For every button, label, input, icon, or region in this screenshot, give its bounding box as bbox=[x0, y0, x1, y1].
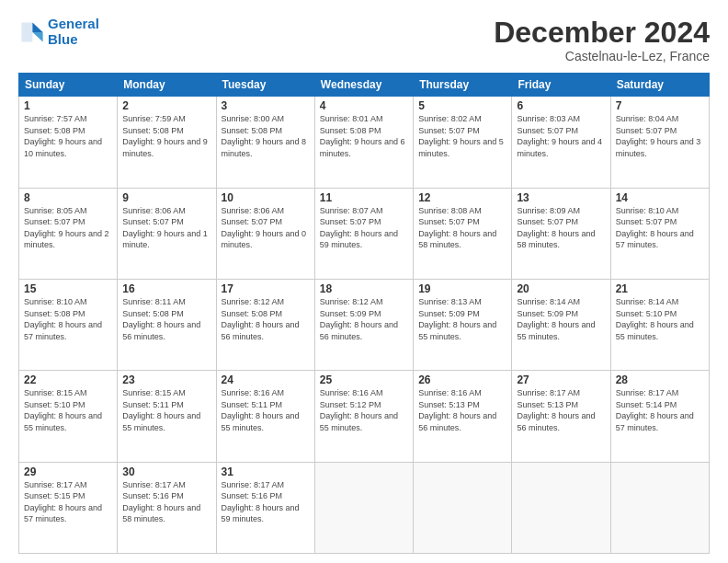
day-info: Sunrise: 8:12 AMSunset: 5:09 PMDaylight:… bbox=[320, 296, 408, 342]
weekday-header: Friday bbox=[512, 74, 610, 97]
calendar-cell: 10Sunrise: 8:06 AMSunset: 5:07 PMDayligh… bbox=[216, 188, 314, 279]
calendar-cell: 18Sunrise: 8:12 AMSunset: 5:09 PMDayligh… bbox=[314, 279, 413, 370]
day-info: Sunrise: 8:05 AMSunset: 5:07 PMDaylight:… bbox=[24, 205, 112, 251]
calendar-cell: 5Sunrise: 8:02 AMSunset: 5:07 PMDaylight… bbox=[414, 97, 512, 188]
day-info: Sunrise: 8:13 AMSunset: 5:09 PMDaylight:… bbox=[418, 296, 506, 342]
day-info: Sunrise: 7:59 AMSunset: 5:08 PMDaylight:… bbox=[122, 113, 210, 159]
day-info: Sunrise: 8:11 AMSunset: 5:08 PMDaylight:… bbox=[122, 296, 210, 342]
month-title: December 2024 bbox=[494, 17, 710, 49]
title-area: December 2024 Castelnau-le-Lez, France bbox=[494, 17, 710, 63]
calendar-cell: 21Sunrise: 8:14 AMSunset: 5:10 PMDayligh… bbox=[610, 279, 709, 370]
day-number: 6 bbox=[517, 99, 605, 112]
day-number: 4 bbox=[320, 99, 408, 112]
calendar-cell: 9Sunrise: 8:06 AMSunset: 5:07 PMDaylight… bbox=[118, 188, 216, 279]
day-info: Sunrise: 8:15 AMSunset: 5:10 PMDaylight:… bbox=[24, 387, 112, 433]
day-info: Sunrise: 8:01 AMSunset: 5:08 PMDaylight:… bbox=[320, 113, 408, 159]
day-info: Sunrise: 8:17 AMSunset: 5:13 PMDaylight:… bbox=[517, 387, 605, 433]
day-info: Sunrise: 8:12 AMSunset: 5:08 PMDaylight:… bbox=[222, 296, 310, 342]
day-info: Sunrise: 8:17 AMSunset: 5:16 PMDaylight:… bbox=[122, 479, 210, 525]
day-info: Sunrise: 8:07 AMSunset: 5:07 PMDaylight:… bbox=[320, 205, 408, 251]
day-number: 10 bbox=[222, 191, 310, 204]
calendar-cell: 6Sunrise: 8:03 AMSunset: 5:07 PMDaylight… bbox=[512, 97, 610, 188]
day-number: 8 bbox=[24, 191, 112, 204]
day-number: 20 bbox=[517, 282, 605, 295]
calendar-table: SundayMondayTuesdayWednesdayThursdayFrid… bbox=[18, 73, 710, 554]
calendar-cell: 29Sunrise: 8:17 AMSunset: 5:15 PMDayligh… bbox=[19, 462, 118, 553]
day-info: Sunrise: 8:04 AMSunset: 5:07 PMDaylight:… bbox=[616, 113, 704, 159]
day-info: Sunrise: 8:03 AMSunset: 5:07 PMDaylight:… bbox=[517, 113, 605, 159]
day-info: Sunrise: 8:16 AMSunset: 5:12 PMDaylight:… bbox=[320, 387, 408, 433]
day-info: Sunrise: 8:08 AMSunset: 5:07 PMDaylight:… bbox=[418, 205, 506, 251]
calendar-cell: 4Sunrise: 8:01 AMSunset: 5:08 PMDaylight… bbox=[314, 97, 413, 188]
header: General Blue December 2024 Castelnau-le-… bbox=[18, 17, 710, 63]
calendar-cell: 23Sunrise: 8:15 AMSunset: 5:11 PMDayligh… bbox=[118, 371, 216, 462]
calendar-cell: 16Sunrise: 8:11 AMSunset: 5:08 PMDayligh… bbox=[118, 279, 216, 370]
day-number: 15 bbox=[24, 282, 112, 295]
day-number: 12 bbox=[418, 191, 506, 204]
svg-marker-1 bbox=[32, 22, 42, 32]
calendar-cell: 26Sunrise: 8:16 AMSunset: 5:13 PMDayligh… bbox=[414, 371, 512, 462]
calendar-cell: 24Sunrise: 8:16 AMSunset: 5:11 PMDayligh… bbox=[216, 371, 314, 462]
svg-marker-3 bbox=[22, 22, 33, 41]
day-number: 31 bbox=[222, 465, 310, 478]
day-number: 17 bbox=[222, 282, 310, 295]
day-number: 30 bbox=[122, 465, 210, 478]
calendar-cell: 31Sunrise: 8:17 AMSunset: 5:16 PMDayligh… bbox=[216, 462, 314, 553]
calendar-cell: 19Sunrise: 8:13 AMSunset: 5:09 PMDayligh… bbox=[414, 279, 512, 370]
calendar-cell: 11Sunrise: 8:07 AMSunset: 5:07 PMDayligh… bbox=[314, 188, 413, 279]
day-info: Sunrise: 8:16 AMSunset: 5:13 PMDaylight:… bbox=[418, 387, 506, 433]
day-info: Sunrise: 8:17 AMSunset: 5:16 PMDaylight:… bbox=[222, 479, 310, 525]
logo-text: General Blue bbox=[48, 17, 99, 47]
weekday-header: Monday bbox=[118, 74, 216, 97]
calendar-cell: 2Sunrise: 7:59 AMSunset: 5:08 PMDaylight… bbox=[118, 97, 216, 188]
day-info: Sunrise: 8:06 AMSunset: 5:07 PMDaylight:… bbox=[122, 205, 210, 251]
day-info: Sunrise: 8:14 AMSunset: 5:10 PMDaylight:… bbox=[616, 296, 704, 342]
calendar-cell: 15Sunrise: 8:10 AMSunset: 5:08 PMDayligh… bbox=[19, 279, 118, 370]
weekday-header: Tuesday bbox=[216, 74, 314, 97]
calendar-cell: 12Sunrise: 8:08 AMSunset: 5:07 PMDayligh… bbox=[414, 188, 512, 279]
day-info: Sunrise: 8:17 AMSunset: 5:14 PMDaylight:… bbox=[616, 387, 704, 433]
calendar-cell bbox=[512, 462, 610, 553]
svg-marker-2 bbox=[32, 32, 42, 42]
calendar-cell: 13Sunrise: 8:09 AMSunset: 5:07 PMDayligh… bbox=[512, 188, 610, 279]
day-number: 24 bbox=[222, 373, 310, 386]
weekday-header: Sunday bbox=[19, 74, 118, 97]
calendar-cell: 30Sunrise: 8:17 AMSunset: 5:16 PMDayligh… bbox=[118, 462, 216, 553]
day-info: Sunrise: 8:00 AMSunset: 5:08 PMDaylight:… bbox=[222, 113, 310, 159]
calendar-cell: 22Sunrise: 8:15 AMSunset: 5:10 PMDayligh… bbox=[19, 371, 118, 462]
day-number: 1 bbox=[24, 99, 112, 112]
logo-icon bbox=[18, 19, 44, 45]
calendar-cell bbox=[414, 462, 512, 553]
calendar-cell bbox=[314, 462, 413, 553]
day-info: Sunrise: 8:10 AMSunset: 5:08 PMDaylight:… bbox=[24, 296, 112, 342]
day-info: Sunrise: 8:14 AMSunset: 5:09 PMDaylight:… bbox=[517, 296, 605, 342]
calendar-cell: 20Sunrise: 8:14 AMSunset: 5:09 PMDayligh… bbox=[512, 279, 610, 370]
day-number: 28 bbox=[616, 373, 704, 386]
day-number: 25 bbox=[320, 373, 408, 386]
day-info: Sunrise: 8:10 AMSunset: 5:07 PMDaylight:… bbox=[616, 205, 704, 251]
calendar-cell: 27Sunrise: 8:17 AMSunset: 5:13 PMDayligh… bbox=[512, 371, 610, 462]
day-info: Sunrise: 8:02 AMSunset: 5:07 PMDaylight:… bbox=[418, 113, 506, 159]
day-number: 21 bbox=[616, 282, 704, 295]
day-number: 18 bbox=[320, 282, 408, 295]
calendar-cell: 7Sunrise: 8:04 AMSunset: 5:07 PMDaylight… bbox=[610, 97, 709, 188]
day-info: Sunrise: 7:57 AMSunset: 5:08 PMDaylight:… bbox=[24, 113, 112, 159]
day-number: 16 bbox=[122, 282, 210, 295]
day-number: 11 bbox=[320, 191, 408, 204]
day-number: 9 bbox=[122, 191, 210, 204]
day-info: Sunrise: 8:09 AMSunset: 5:07 PMDaylight:… bbox=[517, 205, 605, 251]
page: General Blue December 2024 Castelnau-le-… bbox=[0, 0, 728, 563]
calendar-cell: 1Sunrise: 7:57 AMSunset: 5:08 PMDaylight… bbox=[19, 97, 118, 188]
calendar-cell: 14Sunrise: 8:10 AMSunset: 5:07 PMDayligh… bbox=[610, 188, 709, 279]
calendar-cell: 25Sunrise: 8:16 AMSunset: 5:12 PMDayligh… bbox=[314, 371, 413, 462]
day-number: 26 bbox=[418, 373, 506, 386]
day-number: 13 bbox=[517, 191, 605, 204]
logo: General Blue bbox=[18, 17, 99, 47]
logo-line1: General bbox=[48, 16, 99, 31]
day-number: 7 bbox=[616, 99, 704, 112]
calendar-cell bbox=[610, 462, 709, 553]
day-info: Sunrise: 8:06 AMSunset: 5:07 PMDaylight:… bbox=[222, 205, 310, 251]
day-info: Sunrise: 8:15 AMSunset: 5:11 PMDaylight:… bbox=[122, 387, 210, 433]
calendar-cell: 28Sunrise: 8:17 AMSunset: 5:14 PMDayligh… bbox=[610, 371, 709, 462]
day-info: Sunrise: 8:17 AMSunset: 5:15 PMDaylight:… bbox=[24, 479, 112, 525]
